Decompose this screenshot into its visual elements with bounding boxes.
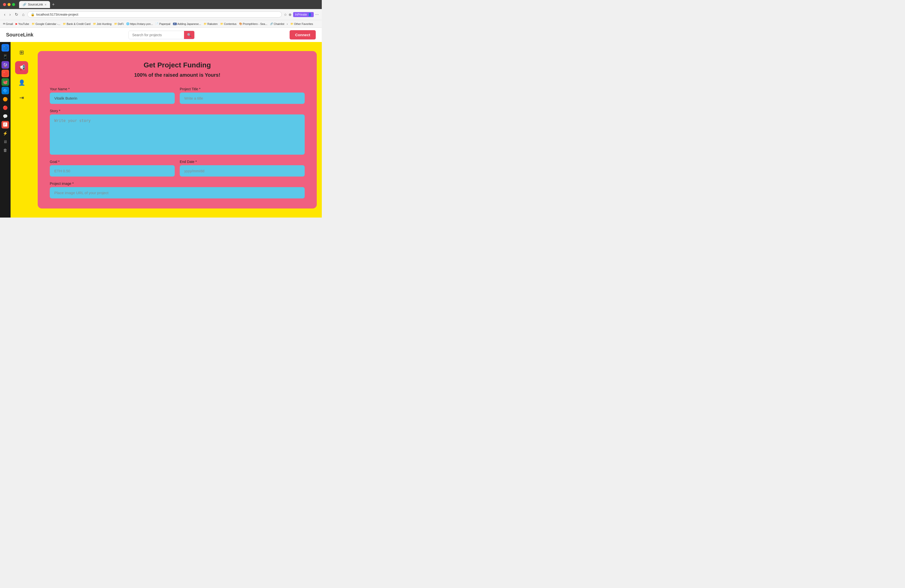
mac-icon-trash[interactable]: 🗑 bbox=[2, 147, 9, 154]
story-label: Story * bbox=[50, 109, 305, 113]
inprivate-button[interactable]: InPrivate 👤 bbox=[293, 12, 314, 17]
url-text: localhost:5173/create-project bbox=[36, 13, 278, 16]
bookmark-bank[interactable]: 📁Bank & Credit Card bbox=[63, 22, 90, 25]
bookmark-japanese[interactable]: JCAdding Japanese... bbox=[173, 22, 201, 25]
user-icon: 👤 bbox=[308, 13, 312, 16]
back-button[interactable]: ‹ bbox=[3, 11, 6, 18]
home-button[interactable]: ⌂ bbox=[21, 11, 25, 18]
tab-favicon: 🔗 bbox=[23, 3, 26, 6]
bookmark-rotary[interactable]: 🌐https://rotary-yon... bbox=[126, 22, 153, 25]
goal-group: Goal * bbox=[50, 160, 175, 176]
extensions-button[interactable]: ⊕ bbox=[289, 13, 292, 17]
sidebar-item-logout[interactable]: ⇥ bbox=[15, 91, 28, 104]
bookmark-defi[interactable]: 📁DeFi bbox=[114, 22, 124, 25]
mac-sidebar: 🔵 📱 🔮 🔴 🐙 🔷 🟠 🔴 💬 🅿 ⚡ 🖥 🗑 bbox=[0, 42, 11, 218]
end-date-input[interactable] bbox=[180, 165, 305, 176]
name-title-row: Your Name * Project Title * bbox=[50, 87, 305, 104]
end-date-group: End Date * bbox=[180, 160, 305, 176]
your-name-input[interactable] bbox=[50, 92, 175, 104]
story-group: Story * bbox=[50, 109, 305, 155]
mac-icon-3[interactable]: 🔴 bbox=[2, 70, 9, 77]
mac-icon-8[interactable]: 💬 bbox=[2, 113, 9, 120]
project-image-group: Project image * bbox=[50, 181, 305, 199]
app-sidebar: ⊞ 📢 👤 ⇥ bbox=[11, 42, 33, 218]
grid-icon: ⊞ bbox=[19, 49, 24, 56]
form-title: Get Project Funding bbox=[50, 61, 305, 69]
end-date-label: End Date * bbox=[180, 160, 305, 164]
mac-icon-11[interactable]: 🖥 bbox=[2, 138, 9, 146]
mac-icon-5[interactable]: 🔷 bbox=[2, 87, 9, 94]
bookmark-prompthero[interactable]: 🎨PromptHero - Sea... bbox=[239, 22, 267, 25]
mac-icon-2[interactable]: 🔮 bbox=[2, 61, 9, 69]
logout-icon: ⇥ bbox=[19, 95, 24, 101]
more-options-button[interactable]: ⋯ bbox=[315, 13, 319, 17]
traffic-lights bbox=[3, 3, 15, 6]
project-title-group: Project Title * bbox=[180, 87, 305, 104]
mac-icon-7[interactable]: 🔴 bbox=[2, 104, 9, 111]
bookmark-more[interactable]: › bbox=[287, 22, 288, 25]
bookmark-youtube[interactable]: ▶YouTube bbox=[16, 22, 29, 25]
search-button[interactable]: 🔍 bbox=[184, 31, 194, 39]
search-input[interactable] bbox=[129, 31, 184, 39]
goal-input[interactable] bbox=[50, 165, 175, 176]
nav-actions: ☆ ⊕ InPrivate 👤 ⋯ bbox=[284, 12, 319, 17]
your-name-group: Your Name * bbox=[50, 87, 175, 104]
mac-icon-1[interactable]: 📱 bbox=[2, 52, 9, 60]
mac-icon-9[interactable]: 🅿 bbox=[2, 121, 9, 129]
connect-button[interactable]: Connect bbox=[290, 30, 316, 40]
inprivate-label: InPrivate bbox=[295, 13, 307, 16]
main-content: Get Project Funding 100% of the raised a… bbox=[33, 42, 322, 218]
sidebar-item-grid[interactable]: ⊞ bbox=[15, 46, 28, 59]
bookmark-chainlist[interactable]: 🔗Chainlist bbox=[270, 22, 284, 25]
navigation-bar: ‹ › ↻ ⌂ 🔒 localhost:5173/create-project … bbox=[0, 9, 322, 20]
bookmark-paperpal[interactable]: 📄Paperpal bbox=[156, 22, 170, 25]
close-button[interactable] bbox=[3, 3, 6, 6]
goal-label: Goal * bbox=[50, 160, 175, 164]
project-image-label: Project image * bbox=[50, 181, 305, 186]
tab-title: SourceLink bbox=[28, 3, 43, 6]
mac-icon-10[interactable]: ⚡ bbox=[2, 130, 9, 137]
bookmark-other-favorites[interactable]: 📁Other Favorites bbox=[291, 22, 313, 25]
your-name-label: Your Name * bbox=[50, 87, 175, 91]
favorites-button[interactable]: ☆ bbox=[284, 13, 287, 17]
maximize-button[interactable] bbox=[12, 3, 15, 6]
bookmarks-bar: ✉Gmail ▶YouTube 📁Google Calendar -... 📁B… bbox=[0, 20, 322, 28]
campaign-icon: 📢 bbox=[18, 64, 25, 71]
reload-button[interactable]: ↻ bbox=[14, 11, 19, 18]
minimize-button[interactable] bbox=[8, 3, 11, 6]
tab-close-button[interactable]: ✕ bbox=[44, 3, 46, 6]
project-title-label: Project Title * bbox=[180, 87, 305, 91]
bookmark-job[interactable]: 📁Job Hunting bbox=[93, 22, 112, 25]
app-logo: SourceLink bbox=[6, 32, 33, 38]
mac-icon-finder[interactable]: 🔵 bbox=[2, 44, 9, 52]
bookmark-gmail[interactable]: ✉Gmail bbox=[3, 22, 13, 25]
story-textarea[interactable] bbox=[50, 114, 305, 155]
app-header: SourceLink 🔍 Connect bbox=[0, 28, 322, 42]
form-container: Get Project Funding 100% of the raised a… bbox=[38, 51, 317, 208]
form-subtitle: 100% of the raised amount is Yours! bbox=[50, 72, 305, 78]
lock-icon: 🔒 bbox=[31, 13, 35, 16]
sidebar-item-campaign[interactable]: 📢 bbox=[15, 61, 28, 74]
bookmark-contentus[interactable]: 📁Contentus bbox=[220, 22, 237, 25]
bookmark-rakuten[interactable]: 📁Rakuten bbox=[204, 22, 218, 25]
profile-icon: 👤 bbox=[18, 79, 25, 86]
mac-icon-4[interactable]: 🐙 bbox=[2, 78, 9, 86]
mac-icon-6[interactable]: 🟠 bbox=[2, 95, 9, 103]
browser-tab[interactable]: 🔗 SourceLink ✕ bbox=[19, 1, 50, 8]
new-tab-button[interactable]: + bbox=[52, 2, 55, 7]
goal-date-row: Goal * End Date * bbox=[50, 160, 305, 176]
forward-button[interactable]: › bbox=[8, 11, 11, 18]
sidebar-item-profile[interactable]: 👤 bbox=[15, 76, 28, 89]
bookmark-google-calendar[interactable]: 📁Google Calendar -... bbox=[32, 22, 60, 25]
project-title-input[interactable] bbox=[180, 92, 305, 104]
url-bar[interactable]: 🔒 localhost:5173/create-project bbox=[27, 11, 281, 17]
search-bar: 🔍 bbox=[129, 31, 195, 39]
project-image-input[interactable] bbox=[50, 187, 305, 199]
